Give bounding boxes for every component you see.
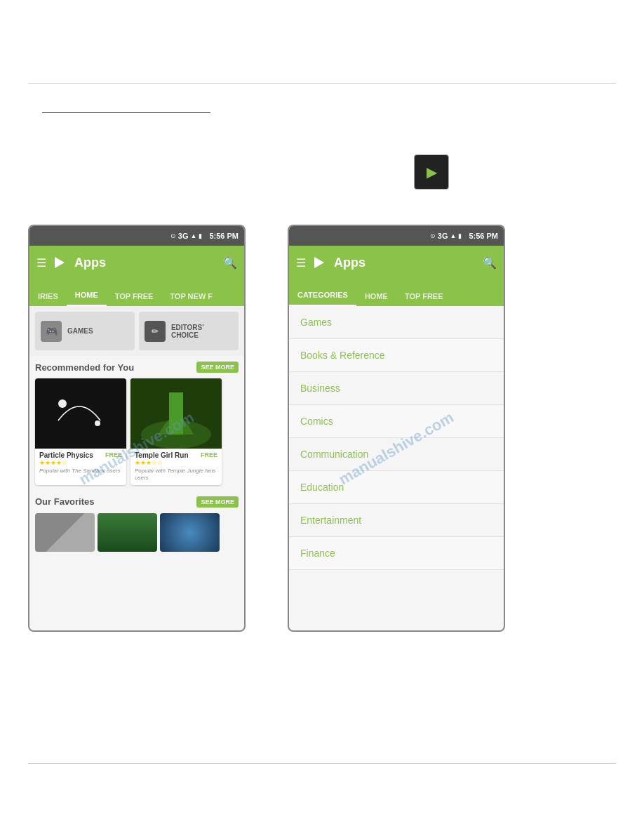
category-entertainment-label: Entertainment: [300, 515, 361, 526]
category-finance[interactable]: Finance: [289, 537, 504, 570]
particle-svg: [44, 385, 114, 442]
temple-img: [130, 378, 222, 449]
temple-free-label: FREE: [201, 451, 217, 458]
particle-visual: [35, 378, 126, 449]
left-status-icons: ⊙ 3G ▲ ▮: [170, 232, 203, 240]
right-play-icon: [314, 257, 324, 268]
category-communication[interactable]: Communication: [289, 438, 504, 471]
right-battery-icon: ▮: [458, 232, 462, 239]
play-store-icon: ▶: [414, 154, 449, 190]
recommended-header: Recommended for You SEE MORE: [29, 356, 244, 376]
particle-physics-card[interactable]: FREE Particle Physics ★★★★☆ Popular with…: [35, 378, 126, 485]
category-games-label: Games: [300, 317, 332, 328]
right-phone: ⊙ 3G ▲ ▮ 5:56 PM ☰ Apps 🔍 CATEGORIES HOM…: [288, 225, 505, 632]
particle-desc: Popular with The Sandbox users: [39, 468, 122, 475]
temple-info: FREE Temple Girl Run ★★★☆☆ Popular with …: [130, 449, 222, 485]
category-books-reference[interactable]: Books & Reference: [289, 339, 504, 372]
particle-physics-img: [35, 378, 126, 449]
particle-free-label: FREE: [105, 451, 122, 458]
bottom-rule: [28, 763, 616, 764]
right-status-bar: ⊙ 3G ▲ ▮ 5:56 PM: [289, 226, 504, 246]
right-time: 5:56 PM: [469, 232, 498, 240]
right-signal-icon: ▲: [450, 232, 457, 239]
left-app-bar: ☰ Apps 🔍: [29, 246, 244, 279]
category-comics-label: Comics: [300, 416, 333, 427]
signal-icon: ▲: [191, 232, 197, 239]
temple-svg: [130, 378, 222, 449]
screenshots-row: ⊙ 3G ▲ ▮ 5:56 PM ☰ Apps 🔍 IRIES HOME TOP…: [28, 225, 616, 632]
right-tab-home[interactable]: HOME: [356, 286, 396, 306]
right-app-bar: ☰ Apps 🔍: [289, 246, 504, 279]
games-label: GAMES: [67, 327, 93, 335]
top-rule: [28, 83, 616, 84]
particle-physics-info: FREE Particle Physics ★★★★☆ Popular with…: [35, 449, 126, 477]
category-finance-label: Finance: [300, 548, 335, 559]
category-education-label: Education: [300, 482, 344, 493]
temple-visual: [130, 378, 222, 449]
editors-choice-card[interactable]: ✏ EDITORS' CHOICE: [139, 312, 239, 350]
network-label: 3G: [178, 232, 189, 240]
tab-top-new[interactable]: TOP NEW F: [161, 286, 221, 306]
left-search-icon[interactable]: 🔍: [223, 256, 237, 270]
right-network-label: 3G: [438, 232, 448, 240]
left-app-title: Apps: [74, 256, 217, 270]
tab-top-free[interactable]: TOP FREE: [107, 286, 162, 306]
left-tab-bar: IRIES HOME TOP FREE TOP NEW F: [29, 279, 244, 306]
category-games[interactable]: Games: [289, 306, 504, 339]
sub-rule: [42, 112, 210, 113]
editors-label: EDITORS' CHOICE: [171, 324, 233, 339]
right-app-title: Apps: [334, 256, 477, 270]
svg-rect-2: [169, 392, 183, 435]
favorites-section: Our Favorites SEE MORE: [29, 491, 244, 555]
category-education[interactable]: Education: [289, 471, 504, 504]
temple-stars: ★★★☆☆: [135, 459, 217, 466]
fav-thumb-3: [160, 513, 220, 552]
left-status-bar: ⊙ 3G ▲ ▮ 5:56 PM: [29, 226, 244, 246]
editors-icon: ✏: [145, 321, 166, 342]
right-tab-top-free[interactable]: TOP FREE: [396, 286, 452, 306]
category-communication-label: Communication: [300, 449, 368, 460]
recommended-see-more[interactable]: SEE MORE: [196, 362, 239, 373]
temple-desc: Popular with Temple Jungle fans users: [135, 468, 217, 482]
app-cards-row: FREE Particle Physics ★★★★☆ Popular with…: [29, 376, 244, 491]
category-books-label: Books & Reference: [300, 350, 385, 361]
hamburger-icon[interactable]: ☰: [36, 256, 46, 270]
right-status-icons: ⊙ 3G ▲ ▮: [430, 232, 462, 240]
right-tab-bar: CATEGORIES HOME TOP FREE: [289, 279, 504, 306]
favorites-header: Our Favorites SEE MORE: [35, 494, 239, 510]
categories-list: Games Books & Reference Business Comics …: [289, 306, 504, 570]
favorites-title: Our Favorites: [35, 496, 95, 507]
left-phone: ⊙ 3G ▲ ▮ 5:56 PM ☰ Apps 🔍 IRIES HOME TOP…: [28, 225, 246, 632]
featured-cards: 🎮 GAMES ✏ EDITORS' CHOICE: [29, 306, 244, 356]
particle-stars: ★★★★☆: [39, 459, 122, 466]
category-business[interactable]: Business: [289, 372, 504, 405]
right-search-icon[interactable]: 🔍: [483, 256, 497, 270]
wifi-icon: ⊙: [170, 232, 176, 239]
category-entertainment[interactable]: Entertainment: [289, 504, 504, 537]
tab-home[interactable]: HOME: [67, 285, 107, 306]
left-time: 5:56 PM: [209, 232, 239, 240]
favorites-see-more[interactable]: SEE MORE: [196, 496, 239, 508]
category-business-label: Business: [300, 383, 340, 394]
play-icon: [55, 257, 65, 268]
tab-iries[interactable]: IRIES: [29, 286, 67, 306]
battery-icon: ▮: [199, 232, 202, 239]
games-icon: 🎮: [41, 321, 62, 342]
fav-thumb-1: [35, 513, 95, 552]
category-comics[interactable]: Comics: [289, 405, 504, 438]
page-container: ▶ ⊙ 3G ▲ ▮ 5:56 PM ☰ Apps 🔍: [0, 0, 644, 834]
fav-images: [35, 513, 239, 552]
right-hamburger-icon[interactable]: ☰: [296, 256, 306, 270]
right-tab-categories[interactable]: CATEGORIES: [289, 285, 356, 306]
recommended-title: Recommended for You: [35, 362, 134, 373]
fav-thumb-2: [98, 513, 157, 552]
right-wifi-icon: ⊙: [430, 232, 436, 239]
temple-girl-run-card[interactable]: FREE Temple Girl Run ★★★☆☆ Popular with …: [130, 378, 222, 485]
games-card[interactable]: 🎮 GAMES: [35, 312, 135, 350]
